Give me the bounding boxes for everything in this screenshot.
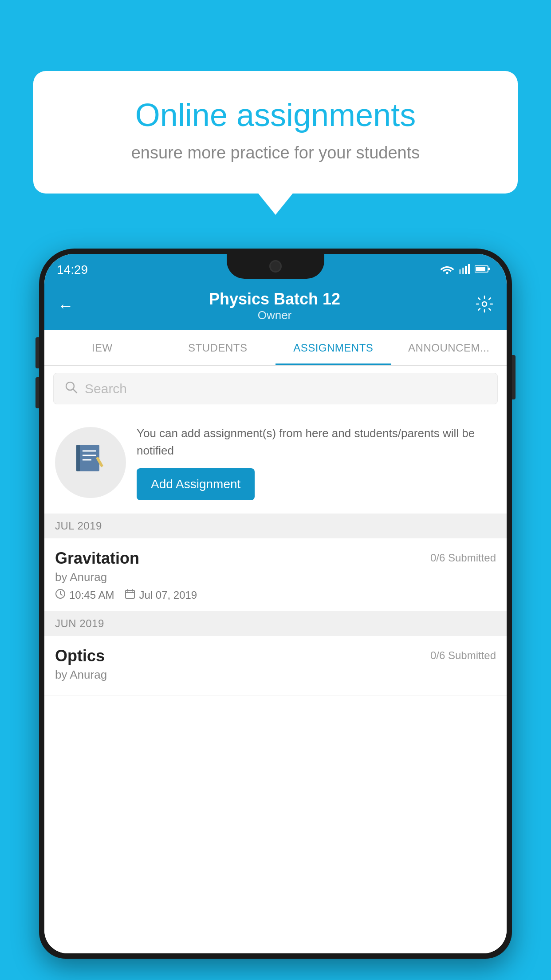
assignment-author-optics: by Anurag [55, 668, 496, 682]
search-placeholder: Search [85, 381, 127, 396]
assignment-name-optics: Optics [55, 647, 105, 665]
svg-line-19 [60, 594, 62, 595]
add-assignment-section: You can add assignment(s) from here and … [44, 411, 507, 514]
assignment-info: You can add assignment(s) from here and … [137, 425, 496, 500]
svg-rect-1 [459, 269, 461, 274]
status-icons [440, 264, 491, 276]
assignment-row1-optics: Optics 0/6 Submitted [55, 647, 496, 665]
status-time: 14:29 [57, 263, 88, 277]
volume-down-button [35, 377, 39, 408]
search-icon [64, 380, 78, 397]
section-header-jun2019: JUN 2019 [44, 611, 507, 636]
add-assignment-button[interactable]: Add Assignment [137, 468, 255, 500]
assignment-author: by Anurag [55, 570, 496, 584]
assignment-name: Gravitation [55, 549, 139, 568]
tab-bar: IEW STUDENTS ASSIGNMENTS ANNOUNCEM... [44, 330, 507, 366]
front-camera [269, 260, 282, 273]
power-button [512, 355, 516, 399]
svg-point-0 [446, 272, 449, 274]
speech-bubble: Online assignments ensure more practice … [33, 71, 518, 194]
clock-icon [55, 589, 66, 602]
phone-notch [227, 254, 324, 279]
svg-rect-4 [468, 264, 470, 274]
svg-rect-2 [462, 268, 464, 274]
settings-icon[interactable] [476, 295, 493, 316]
header-subtitle: Owner [209, 308, 340, 322]
assignment-notebook-icon [73, 441, 108, 484]
svg-rect-12 [76, 445, 80, 471]
tab-assignments[interactable]: ASSIGNMENTS [276, 330, 391, 365]
assignment-row1: Gravitation 0/6 Submitted [55, 549, 496, 568]
svg-rect-6 [488, 268, 490, 270]
tab-overview[interactable]: IEW [44, 330, 160, 365]
svg-line-10 [73, 389, 77, 393]
svg-rect-7 [476, 267, 485, 271]
phone-screen: 14:29 [44, 254, 507, 953]
phone-mockup: 14:29 [39, 249, 512, 980]
tab-students[interactable]: STUDENTS [160, 330, 276, 365]
assignment-item-optics[interactable]: Optics 0/6 Submitted by Anurag [44, 636, 507, 695]
back-button[interactable]: ← [58, 296, 74, 315]
speech-bubble-container: Online assignments ensure more practice … [33, 71, 518, 194]
speech-bubble-subtitle: ensure more practice for your students [64, 143, 487, 162]
wifi-icon [440, 264, 454, 276]
battery-icon [475, 265, 491, 275]
screen-content: Search [44, 366, 507, 953]
search-bar[interactable]: Search [53, 373, 498, 404]
assignment-icon-circle [55, 427, 126, 498]
header-center: Physics Batch 12 Owner [209, 290, 340, 322]
assignment-date: Jul 07, 2019 [125, 589, 197, 602]
assignment-date-value: Jul 07, 2019 [139, 589, 197, 601]
svg-rect-3 [465, 266, 467, 274]
assignment-time-value: 10:45 AM [69, 589, 114, 601]
assignment-item-gravitation[interactable]: Gravitation 0/6 Submitted by Anurag [44, 538, 507, 611]
section-header-jul2019: JUL 2019 [44, 514, 507, 538]
signal-icon [459, 264, 470, 276]
assignment-time: 10:45 AM [55, 589, 114, 602]
header-title: Physics Batch 12 [209, 290, 340, 308]
svg-rect-20 [126, 590, 134, 598]
tab-announcements[interactable]: ANNOUNCEM... [391, 330, 507, 365]
assignment-description: You can add assignment(s) from here and … [137, 425, 496, 459]
assignment-meta: 10:45 AM Jul 07, 201 [55, 589, 496, 602]
speech-bubble-title: Online assignments [64, 98, 487, 133]
phone-outer: 14:29 [39, 249, 512, 959]
calendar-icon [125, 589, 135, 602]
assignment-submitted: 0/6 Submitted [430, 549, 496, 564]
assignment-submitted-optics: 0/6 Submitted [430, 647, 496, 662]
search-bar-container: Search [44, 366, 507, 411]
volume-up-button [35, 337, 39, 368]
svg-point-8 [482, 302, 487, 306]
app-header: ← Physics Batch 12 Owner [44, 281, 507, 330]
